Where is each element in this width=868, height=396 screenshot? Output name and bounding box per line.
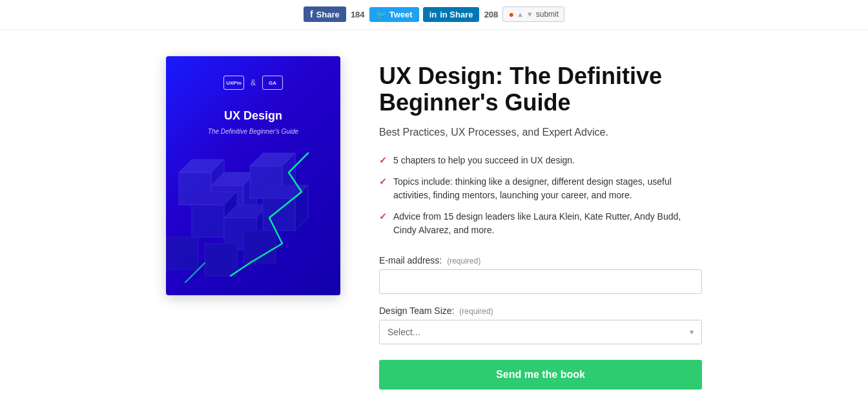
team-size-field-group: Design Team Size: (required) Select... ▾	[379, 306, 702, 344]
team-size-select-wrapper: Select... ▾	[379, 320, 702, 344]
cubes-decoration	[166, 134, 340, 295]
facebook-label: Share	[316, 10, 340, 19]
team-size-label: Design Team Size: (required)	[379, 306, 702, 316]
feature-list: 5 chapters to help you succeed in UX des…	[379, 154, 702, 237]
team-size-required: (required)	[459, 307, 493, 316]
reddit-icon: ●	[508, 9, 513, 19]
twitter-share-button[interactable]: 🐦 Tweet	[369, 7, 419, 22]
facebook-count: 184	[350, 10, 366, 19]
linkedin-share-button[interactable]: in in Share	[423, 7, 480, 22]
facebook-icon: f	[310, 9, 313, 19]
feature-item-1: 5 chapters to help you succeed in UX des…	[379, 154, 702, 167]
linkedin-label: in Share	[440, 10, 473, 19]
linkedin-count: 208	[483, 10, 499, 19]
email-input[interactable]	[379, 269, 702, 294]
form-side: UX Design: The Definitive Beginner's Gui…	[379, 56, 702, 396]
uxpin-logo: UXPin	[223, 76, 244, 90]
svg-rect-15	[263, 198, 295, 231]
email-label: E-mail address: (required)	[379, 255, 702, 266]
submit-button[interactable]: Send me the book	[379, 360, 702, 390]
page-title: UX Design: The Definitive Beginner's Gui…	[379, 63, 702, 116]
book-tagline: Best Practices, UX Processes, and Expert…	[379, 127, 702, 138]
twitter-label: Tweet	[389, 10, 413, 19]
book-cover: UXPin & GA UX Design The Definitive Begi…	[166, 56, 340, 295]
social-bar: f Share 184 🐦 Tweet in in Share 208 ● ▲ …	[0, 0, 868, 30]
svg-rect-9	[192, 205, 224, 237]
feature-item-3: Advice from 15 design leaders like Laura…	[379, 210, 702, 237]
svg-rect-18	[166, 237, 198, 269]
linkedin-icon: in	[429, 10, 437, 19]
email-required: (required)	[447, 256, 480, 266]
main-content: UXPin & GA UX Design The Definitive Begi…	[79, 30, 789, 396]
reddit-upvote-icon[interactable]: ▲	[517, 10, 524, 18]
ga-logo: GA	[262, 76, 283, 90]
twitter-icon: 🐦	[376, 10, 386, 19]
feature-item-2: Topics include: thinking like a designer…	[379, 175, 702, 202]
facebook-share-button[interactable]: f Share	[304, 6, 346, 22]
team-size-select[interactable]: Select... ▾	[379, 320, 702, 344]
book-logos: UXPin & GA	[223, 76, 283, 90]
chevron-down-icon: ▾	[690, 328, 694, 337]
email-field-group: E-mail address: (required)	[379, 255, 702, 294]
select-placeholder: Select...	[388, 327, 420, 337]
svg-rect-20	[243, 231, 276, 263]
svg-rect-19	[205, 244, 237, 276]
reddit-label[interactable]: submit	[536, 10, 559, 19]
reddit-downvote-icon[interactable]: ▼	[526, 10, 533, 18]
cubes-svg	[166, 134, 340, 295]
logo-separator: &	[251, 78, 256, 87]
reddit-button[interactable]: ● ▲ ▼ submit	[502, 6, 564, 22]
cover-title: UX Design	[224, 109, 282, 123]
